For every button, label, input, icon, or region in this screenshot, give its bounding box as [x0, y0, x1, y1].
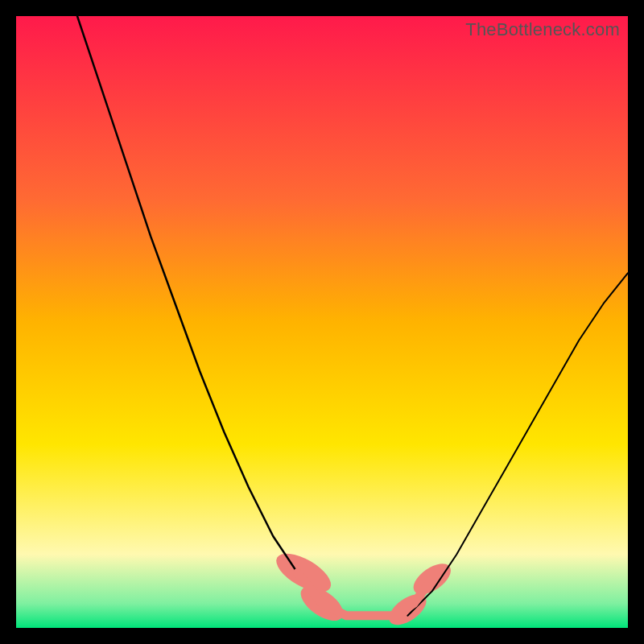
chart-frame: TheBottleneck.com [16, 16, 628, 628]
bottleneck-chart [16, 16, 628, 628]
